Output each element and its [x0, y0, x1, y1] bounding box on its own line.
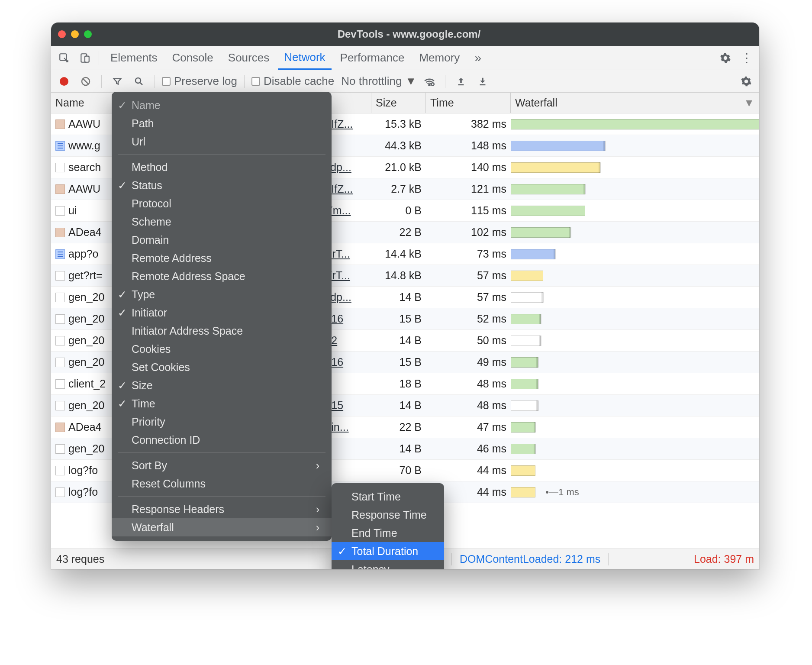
submenu-item-response-time[interactable]: Response Time: [332, 506, 444, 524]
time-cell: 57 ms: [426, 287, 511, 308]
time-cell: 121 ms: [426, 178, 511, 200]
checkmark-icon: ✓: [118, 179, 127, 192]
header-context-menu[interactable]: ✓NamePathUrlMethod✓StatusProtocolSchemeD…: [112, 92, 332, 541]
menu-item-initiator-address-space[interactable]: Initiator Address Space: [112, 322, 332, 340]
inspect-element-icon[interactable]: [55, 49, 73, 67]
menu-item-method[interactable]: Method: [112, 158, 332, 176]
resource-name: www.g: [68, 139, 100, 152]
menu-item-status[interactable]: ✓Status: [112, 176, 332, 194]
resource-type-icon: [55, 336, 65, 345]
menu-item-connection-id[interactable]: Connection ID: [112, 431, 332, 449]
menu-item-scheme[interactable]: Scheme: [112, 213, 332, 231]
devtools-window: DevTools - www.google.com/ ElementsConso…: [51, 23, 759, 569]
size-cell: 44.3 kB: [371, 135, 426, 156]
submenu-item-total-duration[interactable]: ✓Total Duration: [332, 542, 444, 560]
menu-item-initiator[interactable]: ✓Initiator: [112, 303, 332, 322]
tab-console[interactable]: Console: [166, 46, 219, 70]
size-cell: 14 B: [371, 330, 426, 351]
resource-type-icon: [55, 163, 65, 172]
resource-name: gen_20: [68, 399, 104, 412]
checkmark-icon: ✓: [118, 379, 127, 392]
device-toolbar-icon[interactable]: [76, 49, 93, 67]
time-cell: 102 ms: [426, 222, 511, 243]
menu-item-protocol[interactable]: Protocol: [112, 194, 332, 213]
menu-item-waterfall[interactable]: Waterfall›: [112, 518, 332, 536]
menu-item-name[interactable]: ✓Name: [112, 96, 332, 114]
menu-item-size[interactable]: ✓Size: [112, 376, 332, 394]
download-har-icon[interactable]: [474, 73, 491, 90]
throttling-select[interactable]: No throttling ▼: [341, 74, 416, 88]
time-cell: 48 ms: [426, 395, 511, 416]
time-cell: 48 ms: [426, 373, 511, 394]
waterfall-cell: [511, 200, 759, 221]
menu-item-priority[interactable]: Priority: [112, 413, 332, 431]
header-time[interactable]: Time: [426, 93, 511, 113]
size-cell: 14.4 kB: [371, 243, 426, 265]
tab-performance[interactable]: Performance: [334, 46, 411, 70]
waterfall-cell: [511, 460, 759, 481]
menu-item-cookies[interactable]: Cookies: [112, 340, 332, 358]
resource-name: gen_20: [68, 334, 104, 347]
network-settings-gear-icon[interactable]: [738, 73, 755, 90]
waterfall-cell: [511, 352, 759, 373]
time-cell: 46 ms: [426, 438, 511, 459]
kebab-menu-icon[interactable]: ⋮: [738, 49, 755, 67]
resource-type-icon: [55, 119, 65, 129]
clear-button[interactable]: [77, 73, 94, 90]
submenu-item-end-time[interactable]: End Time: [332, 524, 444, 542]
header-size[interactable]: Size: [371, 93, 426, 113]
minimize-window-button[interactable]: [71, 30, 79, 38]
size-cell: 15 B: [371, 352, 426, 373]
menu-item-time[interactable]: ✓Time: [112, 394, 332, 413]
disable-cache-checkbox[interactable]: Disable cache: [251, 74, 334, 88]
size-cell: 0 B: [371, 200, 426, 221]
menu-item-remote-address[interactable]: Remote Address: [112, 249, 332, 267]
zoom-window-button[interactable]: [84, 30, 92, 38]
resource-name: search: [68, 161, 101, 174]
resource-type-icon: [55, 184, 65, 194]
time-cell: 44 ms: [426, 460, 511, 481]
menu-item-remote-address-space[interactable]: Remote Address Space: [112, 267, 332, 285]
submenu-item-latency[interactable]: Latency: [332, 560, 444, 569]
resource-name: gen_20: [68, 356, 104, 368]
tab-elements[interactable]: Elements: [104, 46, 163, 70]
search-icon[interactable]: [130, 73, 148, 90]
waterfall-cell: [511, 416, 759, 438]
resource-type-icon: [55, 249, 65, 259]
menu-item-sort-by[interactable]: Sort By›: [112, 456, 332, 475]
settings-gear-icon[interactable]: [717, 49, 734, 67]
menu-item-response-headers[interactable]: Response Headers›: [112, 500, 332, 518]
submenu-item-start-time[interactable]: Start Time: [332, 487, 444, 506]
preserve-log-checkbox[interactable]: Preserve log: [162, 74, 237, 88]
header-waterfall[interactable]: Waterfall▼: [511, 93, 759, 113]
waterfall-cell: [511, 157, 759, 178]
waterfall-cell: •—1 ms: [511, 481, 759, 503]
time-cell: 49 ms: [426, 352, 511, 373]
upload-har-icon[interactable]: [452, 73, 470, 90]
panel-tabs: ElementsConsoleSourcesNetworkPerformance…: [51, 46, 759, 70]
menu-item-reset-columns[interactable]: Reset Columns: [112, 475, 332, 493]
waterfall-cell: [511, 373, 759, 394]
waterfall-submenu[interactable]: Start TimeResponse TimeEnd Time✓Total Du…: [332, 483, 444, 569]
tab-sources[interactable]: Sources: [222, 46, 275, 70]
close-window-button[interactable]: [58, 30, 66, 38]
checkmark-icon: ✓: [338, 545, 347, 558]
menu-item-path[interactable]: Path: [112, 114, 332, 132]
submenu-arrow-icon: ›: [303, 459, 319, 472]
window-title: DevTools - www.google.com/: [92, 28, 726, 40]
tab-network[interactable]: Network: [278, 46, 331, 70]
size-cell: 14 B: [371, 395, 426, 416]
record-button[interactable]: [55, 73, 73, 90]
menu-item-domain[interactable]: Domain: [112, 231, 332, 249]
resource-name: log?fo: [68, 486, 98, 498]
waterfall-cell: [511, 287, 759, 308]
menu-item-set-cookies[interactable]: Set Cookies: [112, 358, 332, 376]
menu-item-type[interactable]: ✓Type: [112, 285, 332, 303]
menu-item-url[interactable]: Url: [112, 132, 332, 151]
more-tabs-icon[interactable]: »: [469, 49, 487, 67]
status-load: Load: 397 m: [694, 553, 754, 565]
filter-icon[interactable]: [109, 73, 126, 90]
tab-memory[interactable]: Memory: [413, 46, 466, 70]
network-conditions-icon[interactable]: [421, 73, 438, 90]
size-cell: 18 B: [371, 373, 426, 394]
